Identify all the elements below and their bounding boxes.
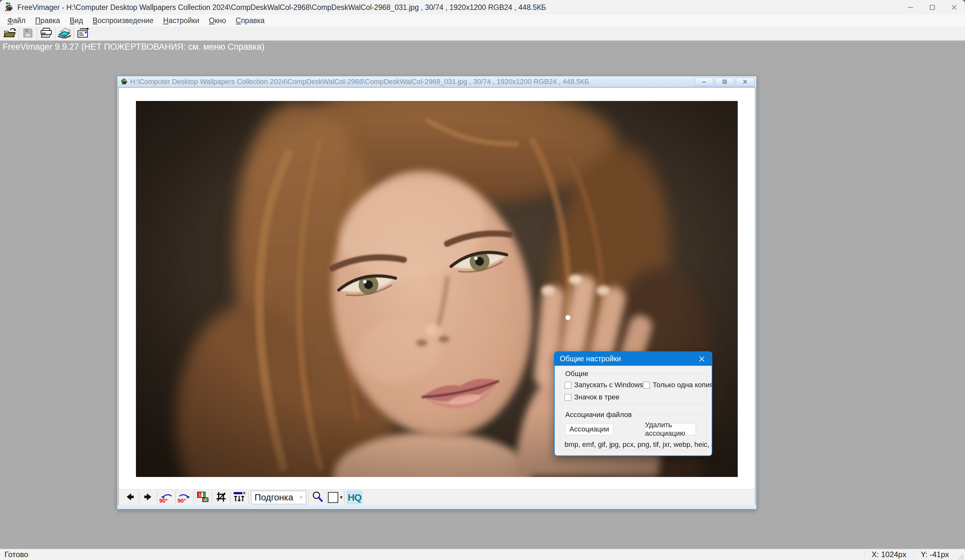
maximize-button[interactable] <box>921 0 943 15</box>
cursor-x-pane: X: 1024px <box>864 551 913 558</box>
print-button[interactable] <box>38 27 54 40</box>
open-file-button[interactable] <box>1 27 18 40</box>
arrow-left-icon <box>125 492 135 503</box>
arrow-right-icon <box>143 492 153 503</box>
toolbar-separator <box>37 28 37 40</box>
toolbar-separator <box>327 491 327 504</box>
caption-buttons <box>900 0 965 15</box>
menu-edit[interactable]: Правка <box>31 15 65 27</box>
save-floppy-icon <box>23 28 33 40</box>
next-image-button[interactable] <box>140 490 156 504</box>
zoom-button[interactable] <box>310 490 326 504</box>
checkbox-start-with-windows[interactable]: Запускать с Windows <box>564 381 643 389</box>
child-restore-button[interactable] <box>715 78 734 86</box>
general-group: Общие Запускать с Windows Только одна ко… <box>560 374 707 404</box>
associations-group-label: Ассоциачии файлов <box>563 411 634 419</box>
freevimager-window: FreeVimager - H:\Computer Desktop Wallpa… <box>0 0 965 560</box>
rotate-left-label: 90° <box>159 498 168 504</box>
supported-formats-list: bmp, emf, gif, jpg, pcx, png, tif, jxr, … <box>564 441 702 449</box>
image-window-title: H:\Computer Desktop Wallpapers Collectio… <box>130 78 692 86</box>
menu-file[interactable]: Файл <box>3 15 31 27</box>
toolbar-separator <box>175 491 176 504</box>
minimize-button[interactable] <box>900 0 921 15</box>
status-text: Готово <box>0 550 864 559</box>
dialog-titlebar[interactable]: Общие настройки <box>554 352 712 366</box>
resize-button[interactable]: 1 1 <box>195 490 211 504</box>
associations-button[interactable]: Ассоциации <box>565 423 613 435</box>
toolbar-separator <box>212 491 212 504</box>
checkbox-only-one-copy[interactable]: Только одна копия <box>643 381 712 389</box>
checkbox-box[interactable] <box>643 382 650 389</box>
mdi-area: FreeVimager 9.9.27 (НЕТ ПОЖЕРТВОВАНИЯ: с… <box>0 41 965 549</box>
toolbar-separator <box>230 491 231 504</box>
high-quality-toggle[interactable]: HQ <box>347 491 362 504</box>
crop-button[interactable] <box>213 490 229 504</box>
freevimager-logo-icon <box>121 78 128 86</box>
background-color-picker[interactable]: ▼ <box>328 492 343 503</box>
dialog-close-button[interactable] <box>696 354 707 364</box>
chevron-down-icon: ˅ <box>300 495 303 500</box>
file-associations-group: Ассоциачии файлов Ассоциации Удалить асс… <box>560 415 707 451</box>
menu-help[interactable]: Справка <box>231 15 269 27</box>
toolbar-separator <box>344 491 345 504</box>
child-close-button[interactable] <box>736 78 754 86</box>
caret-down-icon: ▼ <box>339 495 343 500</box>
cursor-y-pane: Y: -41px <box>913 551 956 558</box>
close-button[interactable] <box>943 0 965 15</box>
rotate-right-button[interactable]: 90° <box>177 490 193 504</box>
status-bar: Готово X: 1024px Y: -41px <box>0 549 965 560</box>
magnifier-icon <box>312 491 324 504</box>
resize-icon: 1 1 <box>197 491 209 504</box>
adjustments-icon <box>233 491 245 504</box>
dialog-body: Общие Запускать с Windows Только одна ко… <box>554 366 712 456</box>
rotate-left-button[interactable]: 90° <box>159 490 174 504</box>
checkbox-tray-icon[interactable]: Значок в трее <box>564 393 645 401</box>
child-minimize-button[interactable] <box>695 78 713 86</box>
main-toolbar <box>0 27 965 41</box>
rotate-right-label: 90° <box>178 498 186 504</box>
toolbar-separator <box>308 491 309 504</box>
child-caption-buttons <box>695 78 754 86</box>
fit-mode-value: Подгонка <box>255 492 293 503</box>
image-toolbar: 90° 90° <box>119 489 755 505</box>
toolbar-separator <box>74 28 74 40</box>
printer-icon <box>40 28 52 40</box>
menu-view[interactable]: Вид <box>65 15 88 27</box>
checkbox-box[interactable] <box>564 394 571 401</box>
image-window-titlebar[interactable]: H:\Computer Desktop Wallpapers Collectio… <box>117 76 756 87</box>
freevimager-logo-icon <box>5 2 13 13</box>
toolbar-separator <box>55 28 56 40</box>
color-swatch[interactable] <box>328 492 338 503</box>
window-title: FreeVimager - H:\Computer Desktop Wallpa… <box>17 3 546 12</box>
adjustments-button[interactable] <box>231 490 247 504</box>
open-folder-icon <box>3 27 16 40</box>
save-button[interactable] <box>20 27 36 40</box>
svg-text:1: 1 <box>204 498 206 501</box>
previous-image-button[interactable] <box>122 490 138 504</box>
remove-association-button[interactable]: Удалить ассоциацию <box>645 423 696 435</box>
toolbar-separator <box>194 491 194 504</box>
resize-grip[interactable] <box>956 552 964 560</box>
scan-button[interactable] <box>56 27 73 40</box>
menu-window[interactable]: Окно <box>204 15 231 27</box>
menu-settings[interactable]: Настройки <box>159 15 204 27</box>
child-window-bottom-border <box>117 505 756 509</box>
general-group-label: Общие <box>563 370 590 378</box>
crop-icon <box>216 491 227 504</box>
menu-playback[interactable]: Воспроизведение <box>88 15 159 27</box>
donation-banner: FreeVimager 9.9.27 (НЕТ ПОЖЕРТВОВАНИЯ: с… <box>3 42 265 52</box>
send-email-button[interactable] <box>74 27 91 40</box>
main-titlebar: FreeVimager - H:\Computer Desktop Wallpa… <box>0 0 965 15</box>
general-settings-dialog: Общие настройки Общие Запускать с Window… <box>554 351 712 456</box>
menubar: Файл Правка Вид Воспроизведение Настройк… <box>0 15 965 27</box>
scanner-icon <box>58 28 71 40</box>
email-icon <box>76 28 90 40</box>
checkbox-box[interactable] <box>564 382 571 389</box>
fit-mode-select[interactable]: Подгонка ˅ <box>251 491 306 504</box>
svg-text:1: 1 <box>199 493 201 497</box>
toolbar-separator <box>249 491 249 504</box>
dialog-title: Общие настройки <box>560 354 621 363</box>
toolbar-separator <box>157 491 157 504</box>
